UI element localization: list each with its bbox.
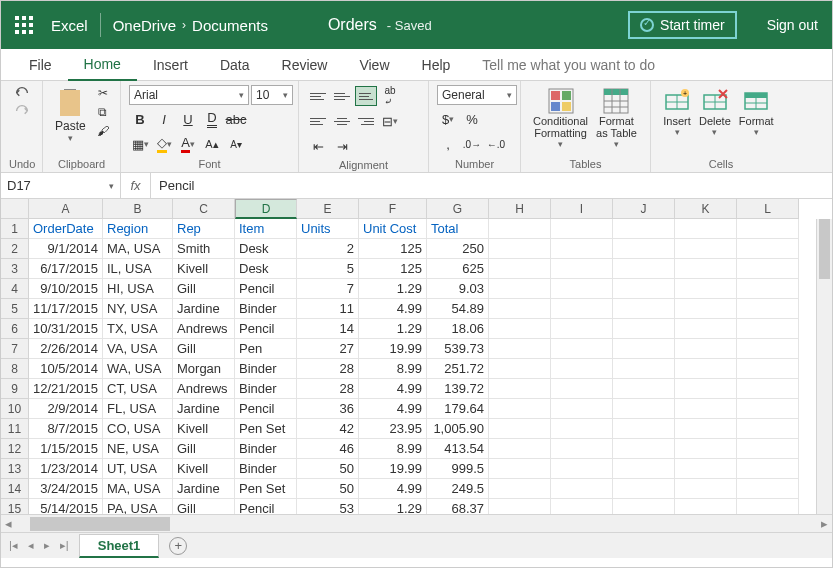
cell[interactable]: 139.72 [427, 379, 489, 399]
sign-out-link[interactable]: Sign out [767, 17, 818, 33]
cell[interactable] [613, 479, 675, 499]
cell[interactable] [489, 299, 551, 319]
cell[interactable]: 125 [359, 259, 427, 279]
cell[interactable]: 1,005.90 [427, 419, 489, 439]
cell[interactable]: 4.99 [359, 379, 427, 399]
cell[interactable]: 68.37 [427, 499, 489, 514]
cell[interactable]: Binder [235, 459, 297, 479]
cell[interactable] [551, 399, 613, 419]
cell[interactable]: MA, USA [103, 239, 173, 259]
cell[interactable] [489, 419, 551, 439]
cell[interactable] [613, 379, 675, 399]
cell[interactable]: Total [427, 219, 489, 239]
cell[interactable]: 19.99 [359, 339, 427, 359]
cell[interactable] [737, 219, 799, 239]
col-header-D[interactable]: D [235, 199, 297, 219]
fill-color-button[interactable]: ◇▾ [153, 133, 175, 155]
cell[interactable]: CO, USA [103, 419, 173, 439]
row-header-12[interactable]: 12 [1, 439, 29, 459]
cell[interactable]: 2 [297, 239, 359, 259]
cell[interactable] [613, 279, 675, 299]
row-header-4[interactable]: 4 [1, 279, 29, 299]
cell[interactable] [613, 259, 675, 279]
cell[interactable]: WA, USA [103, 359, 173, 379]
percent-button[interactable]: % [461, 108, 483, 130]
cell[interactable]: Andrews [173, 379, 235, 399]
col-header-L[interactable]: L [737, 199, 799, 219]
cell[interactable]: VA, USA [103, 339, 173, 359]
cell[interactable]: CT, USA [103, 379, 173, 399]
cell[interactable]: OrderDate [29, 219, 103, 239]
cell[interactable] [489, 399, 551, 419]
sheet-nav-last[interactable]: ▸| [60, 539, 69, 552]
row-header-15[interactable]: 15 [1, 499, 29, 514]
cell[interactable] [489, 499, 551, 514]
cell[interactable]: UT, USA [103, 459, 173, 479]
align-top-button[interactable] [307, 86, 329, 106]
align-middle-button[interactable] [331, 86, 353, 106]
cell[interactable] [737, 499, 799, 514]
cell[interactable]: FL, USA [103, 399, 173, 419]
cell[interactable]: 5 [297, 259, 359, 279]
row-header-7[interactable]: 7 [1, 339, 29, 359]
cell[interactable] [737, 419, 799, 439]
cut-button[interactable]: ✂ [94, 85, 112, 101]
cell[interactable] [551, 279, 613, 299]
cell[interactable]: 1.29 [359, 279, 427, 299]
cell[interactable]: Morgan [173, 359, 235, 379]
col-header-H[interactable]: H [489, 199, 551, 219]
select-all-corner[interactable] [1, 199, 29, 219]
cell[interactable]: 1.29 [359, 499, 427, 514]
cell[interactable]: 8/7/2015 [29, 419, 103, 439]
font-size-select[interactable]: 10▾ [251, 85, 293, 105]
cell[interactable]: 6/17/2015 [29, 259, 103, 279]
cell[interactable]: Desk [235, 259, 297, 279]
col-header-F[interactable]: F [359, 199, 427, 219]
cell[interactable]: Rep [173, 219, 235, 239]
cell[interactable]: PA, USA [103, 499, 173, 514]
col-header-A[interactable]: A [29, 199, 103, 219]
merge-button[interactable]: ⊟▾ [379, 110, 401, 132]
underline-button[interactable]: U [177, 108, 199, 130]
add-sheet-button[interactable]: + [169, 537, 187, 555]
sheet-nav-prev[interactable]: ◂ [28, 539, 34, 552]
cell[interactable]: 12/21/2015 [29, 379, 103, 399]
col-header-J[interactable]: J [613, 199, 675, 219]
italic-button[interactable]: I [153, 108, 175, 130]
cell[interactable] [551, 499, 613, 514]
cell[interactable] [489, 239, 551, 259]
menu-data[interactable]: Data [204, 50, 266, 80]
cell[interactable] [613, 439, 675, 459]
cell[interactable]: Pen [235, 339, 297, 359]
cell[interactable] [737, 299, 799, 319]
col-header-I[interactable]: I [551, 199, 613, 219]
cell[interactable]: 28 [297, 359, 359, 379]
cell[interactable] [613, 399, 675, 419]
menu-file[interactable]: File [13, 50, 68, 80]
row-header-5[interactable]: 5 [1, 299, 29, 319]
cell[interactable] [675, 299, 737, 319]
cell[interactable] [737, 459, 799, 479]
sheet-nav-next[interactable]: ▸ [44, 539, 50, 552]
increase-decimal-button[interactable]: .0→ [461, 133, 483, 155]
cell[interactable]: 8.99 [359, 439, 427, 459]
cell[interactable]: 251.72 [427, 359, 489, 379]
cell[interactable]: IL, USA [103, 259, 173, 279]
cell[interactable] [613, 219, 675, 239]
cell[interactable]: 28 [297, 379, 359, 399]
cell[interactable]: 23.95 [359, 419, 427, 439]
decrease-decimal-button[interactable]: ←.0 [485, 133, 507, 155]
cell[interactable]: NE, USA [103, 439, 173, 459]
cell[interactable] [737, 359, 799, 379]
row-header-8[interactable]: 8 [1, 359, 29, 379]
cell[interactable]: Pencil [235, 399, 297, 419]
row-header-13[interactable]: 13 [1, 459, 29, 479]
number-format-select[interactable]: General▾ [437, 85, 517, 105]
cell[interactable] [737, 279, 799, 299]
align-right-button[interactable] [355, 111, 377, 131]
cell[interactable] [551, 259, 613, 279]
format-cells-button[interactable]: Format▾ [735, 85, 778, 139]
cell[interactable] [737, 479, 799, 499]
cell[interactable] [675, 319, 737, 339]
cell[interactable] [489, 219, 551, 239]
